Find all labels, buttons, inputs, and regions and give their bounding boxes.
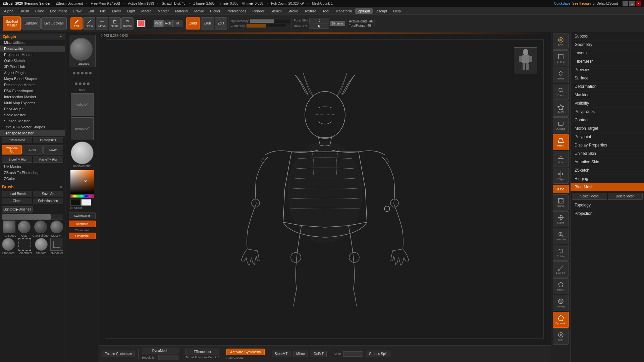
menu-preferences[interactable]: Preferences <box>224 8 249 14</box>
decimation-master[interactable]: Decimation Master <box>0 82 65 88</box>
zmodeler-icon[interactable] <box>50 238 63 251</box>
visibility-item[interactable]: Visibility <box>571 99 644 108</box>
bpr-btn[interactable]: BPR <box>553 34 569 50</box>
misc-utilities[interactable]: Misc Utilities <box>0 40 65 46</box>
brush-edit-icon[interactable]: ✏ <box>60 185 63 189</box>
quick-sketch[interactable]: QuickSketch <box>0 58 65 64</box>
polygroups-item[interactable]: Polygroups <box>571 108 644 116</box>
groups-split-btn[interactable]: Groups Split <box>366 351 390 357</box>
zoom3d-btn[interactable]: ZoomSD <box>553 228 569 244</box>
resolution-input[interactable] <box>158 355 178 360</box>
storesmt-btn[interactable]: StoreMT <box>272 351 290 357</box>
zsketch-item[interactable]: ZSketch <box>571 166 644 175</box>
intersection-masker[interactable]: Intersection Masker <box>0 94 65 100</box>
mirror-btn[interactable]: Mirror <box>293 351 308 357</box>
menu-help[interactable]: Help <box>390 8 404 14</box>
linefit-btn[interactable]: Line Fit <box>553 261 569 278</box>
menu-macro[interactable]: Macro <box>139 8 154 14</box>
draw-btn[interactable]: Draw <box>83 17 95 29</box>
m-btn[interactable]: M <box>173 20 182 27</box>
zplugin-title[interactable]: Zplugin ▼ <box>0 34 65 40</box>
polygroupit[interactable]: PolyGroupIt <box>0 106 65 112</box>
menu-alpha[interactable]: Alpha <box>1 8 16 14</box>
menu-stencil[interactable]: Stencil <box>268 8 284 14</box>
scale-btn[interactable]: Scale <box>109 17 121 29</box>
frame-btn[interactable]: Frame <box>553 194 569 210</box>
subtool-item[interactable]: Subtool <box>571 32 644 41</box>
basic-material-btn[interactable] <box>71 141 94 164</box>
quicksave-btn[interactable]: QuickSave <box>554 2 570 5</box>
geometry-item[interactable]: Geometry <box>571 41 644 49</box>
scroll-btn[interactable]: Scroll <box>553 67 569 83</box>
mrgb-btn[interactable]: Mrgb <box>154 20 163 27</box>
switch-color-btn[interactable]: SwitchColor <box>69 213 96 219</box>
morph-target-item[interactable]: Morph Target <box>571 124 644 133</box>
scale-master[interactable]: Scale Master <box>0 112 65 118</box>
alpha-off-btn[interactable]: Alpha Off <box>71 93 94 116</box>
lightbox-brushes-btn[interactable]: Lightbox▶Brushes <box>2 206 33 213</box>
mastpin-icon[interactable] <box>50 221 63 233</box>
menu-marker[interactable]: Marker <box>155 8 172 14</box>
default-script[interactable]: DefaultZScript <box>597 2 618 5</box>
layer-btn[interactable]: Layer <box>43 145 63 155</box>
delete-mesh-btn[interactable]: Delete Mesh <box>608 193 643 200</box>
zsphere-rig-btn[interactable]: ZSphere Rig <box>2 145 22 155</box>
seethrough-btn[interactable]: See-through <box>572 2 591 5</box>
menu-document[interactable]: Document <box>47 8 69 14</box>
deformation-item[interactable]: Deformation <box>571 82 644 91</box>
dynamic-icon-btn[interactable]: Dynamic <box>553 312 569 328</box>
multi-map-exporter[interactable]: Multi Map Exporter <box>0 100 65 106</box>
menu-picker[interactable]: Picker <box>207 8 223 14</box>
load-brush-btn[interactable]: Load Brush <box>2 191 32 197</box>
silhouette-btn[interactable]: Silhouette <box>69 233 96 239</box>
transpose-slider[interactable] <box>2 214 63 220</box>
menu-file[interactable]: File <box>97 8 109 14</box>
bind-mesh-item[interactable]: Bind Mesh <box>571 183 644 191</box>
rotate-icon-btn[interactable]: Rotate <box>553 245 569 261</box>
store-tm-btn[interactable]: StoreTM Rig <box>2 157 32 163</box>
transp-btn[interactable]: Transp <box>553 295 569 311</box>
menu-draw[interactable]: Draw <box>70 8 84 14</box>
background-color[interactable] <box>146 21 153 28</box>
maximize-btn[interactable]: □ <box>629 1 635 6</box>
uv-master[interactable]: UV Master <box>0 164 65 170</box>
text-3d[interactable]: Text 3D & Vector Shapes <box>0 124 65 130</box>
lsym-btn[interactable]: L Sym <box>553 168 569 184</box>
menu-brush[interactable]: Brush <box>17 8 32 14</box>
selectrect-icon[interactable] <box>18 238 31 251</box>
masking-item[interactable]: Masking <box>571 91 644 99</box>
menu-light[interactable]: Light <box>124 8 138 14</box>
lightbox-btn[interactable]: LightBox <box>21 17 41 29</box>
edit-btn[interactable]: Edit <box>70 17 83 29</box>
save-as-btn[interactable]: Save As <box>33 191 63 197</box>
selection-icon-btn[interactable]: SelectionIcon <box>33 198 63 204</box>
act-btn[interactable]: ActPt <box>553 101 569 117</box>
smooth-icon[interactable] <box>35 238 48 251</box>
black-swatch[interactable] <box>70 199 80 206</box>
zsub-btn[interactable]: Zsub <box>201 17 214 29</box>
menu-texture[interactable]: Texture <box>302 8 319 14</box>
deactivation[interactable]: Deactivation <box>0 46 65 52</box>
polyt-btn[interactable]: PolyT <box>553 278 569 294</box>
tpose-subt-btn[interactable]: TPose|SubT <box>33 137 63 143</box>
persp-btn[interactable]: Persp <box>553 134 569 150</box>
live-boolean-btn[interactable]: Live Boolean <box>41 17 67 29</box>
transpose-mid-btn[interactable]: Transpose <box>69 35 96 67</box>
surface-item[interactable]: Surface <box>571 74 644 82</box>
menu-layer[interactable]: Layer <box>109 8 124 14</box>
grps-btn[interactable]: Grps <box>22 145 42 155</box>
solo-btn[interactable]: Solo <box>553 328 569 345</box>
menu-tool[interactable]: Tool <box>320 8 332 14</box>
xyz-btn[interactable]: XYZ <box>553 185 569 193</box>
unified-skin-item[interactable]: Unified Skin <box>571 149 644 158</box>
texture-off-btn[interactable]: Texture Off <box>71 117 94 140</box>
move-btn[interactable]: Move <box>96 17 108 29</box>
zcut-btn[interactable]: Zcut <box>215 17 227 29</box>
rgb-btn[interactable]: Rgb <box>163 20 173 27</box>
preview-item[interactable]: Preview <box>571 66 644 74</box>
subtool-master-btn[interactable]: SubTool Master <box>3 16 21 31</box>
clay-icon[interactable] <box>18 221 31 233</box>
layers-item[interactable]: Layers <box>571 49 644 57</box>
projection-master[interactable]: Projection Master <box>0 52 65 58</box>
floor-btn[interactable]: Floor <box>553 151 569 167</box>
